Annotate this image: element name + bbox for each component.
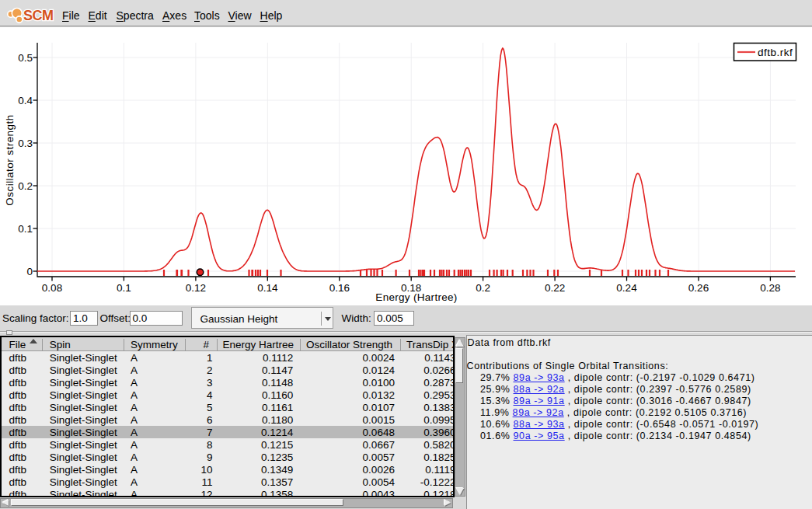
svg-text:0.16: 0.16 (329, 282, 350, 294)
svg-text:Energy (Hartree): Energy (Hartree) (375, 291, 457, 303)
svg-text:0.22: 0.22 (545, 282, 565, 294)
svg-text:0.08: 0.08 (42, 282, 62, 294)
svg-text:0.28: 0.28 (760, 282, 780, 294)
svg-text:0.14: 0.14 (257, 282, 278, 294)
svg-text:0.26: 0.26 (688, 282, 709, 294)
svg-text:Oscillator strength: Oscillator strength (4, 114, 16, 205)
svg-text:0.3: 0.3 (18, 138, 33, 149)
svg-text:0.1: 0.1 (117, 282, 131, 294)
svg-text:dftb.rkf: dftb.rkf (758, 47, 793, 58)
svg-text:SCM: SCM (23, 8, 54, 23)
svg-text:0.2: 0.2 (18, 180, 33, 192)
svg-text:0.24: 0.24 (616, 282, 637, 294)
svg-text:0: 0 (26, 266, 33, 277)
svg-text:0.1: 0.1 (18, 223, 33, 235)
svg-text:0.2: 0.2 (476, 282, 490, 294)
svg-text:0.5: 0.5 (18, 52, 33, 64)
svg-text:0.12: 0.12 (186, 282, 206, 294)
svg-text:0.4: 0.4 (18, 95, 33, 106)
